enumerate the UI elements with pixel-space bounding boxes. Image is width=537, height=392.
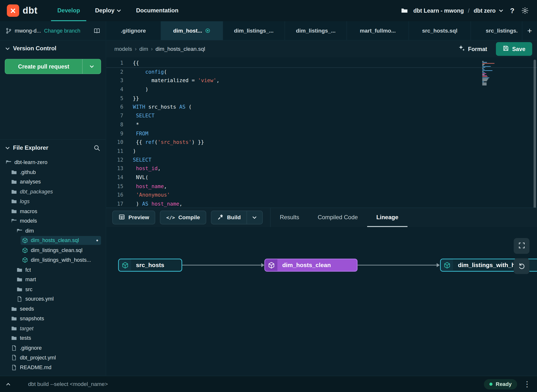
tree-item-logs[interactable]: logs (0, 197, 106, 206)
tab-mart-fullmo[interactable]: mart_fullmo... (347, 21, 409, 40)
code-line[interactable]: 7 SELECT (106, 112, 537, 121)
tree-item-readme-md[interactable]: README.md (0, 363, 106, 372)
create-pull-request-label: Create pull request (5, 59, 82, 74)
tree-item-gitignore[interactable]: .gitignore (0, 343, 106, 353)
tree-item-dbt-packages[interactable]: dbt_packages (0, 187, 106, 197)
tree-item-github[interactable]: .github (0, 167, 106, 177)
code-line[interactable]: 14 NVL( (106, 173, 537, 182)
workspace: mwong-d... Change branch Version Control (0, 21, 537, 376)
tree-item-dim-hosts-clean-sql[interactable]: dim_hosts_clean.sql• (0, 236, 106, 245)
code-line[interactable]: 3 materialized = 'view', (106, 77, 537, 85)
help-icon[interactable]: ? (509, 7, 516, 15)
tree-item-tests[interactable]: tests (0, 333, 106, 343)
code-line[interactable]: 10 {{ ref('src_hosts') }} (106, 138, 537, 147)
build-label: Build (227, 214, 241, 220)
bottom-tab-compiled-code[interactable]: Compiled Code (308, 208, 367, 227)
tree-item-macros[interactable]: macros (0, 206, 106, 216)
modified-dot: • (96, 237, 98, 244)
tree-item-sources-yml[interactable]: sources.yml (0, 294, 106, 304)
create-pull-request-button[interactable]: Create pull request (5, 59, 101, 74)
bottom-tab-lineage[interactable]: Lineage (367, 208, 408, 227)
tab-gitignore[interactable]: .gitignore (106, 21, 161, 40)
compile-label: Compile (178, 214, 200, 220)
code-line[interactable]: 1{{ (106, 59, 537, 68)
tree-item-dim-listings-clean-sql[interactable]: dim_listings_clean.sql (0, 245, 106, 255)
tree-item-analyses[interactable]: analyses (0, 177, 106, 187)
tree-item-dim[interactable]: dim (0, 226, 106, 236)
format-button[interactable]: Format (455, 42, 491, 56)
fullscreen-button[interactable] (514, 238, 529, 254)
build-dropdown[interactable] (247, 211, 262, 224)
tab-dim-listings[interactable]: dim_listings_... (223, 21, 285, 40)
minimap[interactable] (482, 61, 496, 85)
version-control-header[interactable]: Version Control (0, 40, 106, 57)
pull-request-dropdown[interactable] (82, 59, 101, 74)
line-number: 4 (106, 85, 123, 94)
change-branch-link[interactable]: Change branch (44, 27, 80, 34)
line-text: ) AS host_name, (123, 200, 182, 208)
code-line[interactable]: 8 * (106, 121, 537, 129)
tab-label: src_hosts.sql (422, 27, 457, 34)
new-tab-button[interactable]: + (522, 21, 537, 40)
compile-button[interactable]: </> Compile (160, 211, 206, 224)
tree-item-mart[interactable]: mart (0, 275, 106, 284)
code-line[interactable]: 2 config( (106, 68, 537, 77)
nav-item-develop[interactable]: Develop (51, 0, 86, 21)
tab-dim-listings[interactable]: dim_listings_... (285, 21, 347, 40)
docs-book-icon[interactable] (94, 27, 100, 34)
tree-item-target[interactable]: target (0, 323, 106, 333)
code-line[interactable]: 12SELECT (106, 156, 537, 165)
save-button[interactable]: Save (496, 42, 532, 56)
code-line[interactable]: 16 'Anonymous' (106, 191, 537, 200)
gear-icon[interactable] (521, 7, 529, 14)
build-button[interactable]: Build (211, 211, 246, 224)
tab-dim-host[interactable]: dim_host... (161, 21, 223, 40)
chevron-up-icon[interactable] (6, 383, 10, 385)
lineage-node-src-hosts[interactable]: src_hosts (118, 259, 182, 272)
code-line[interactable]: 4 ) (106, 85, 537, 94)
line-number: 13 (106, 165, 123, 173)
file-explorer-header[interactable]: File Explorer (0, 140, 106, 156)
breadcrumb-item[interactable]: models (114, 46, 132, 52)
code-line[interactable]: 5}} (106, 94, 537, 103)
lineage-edge (357, 265, 439, 265)
nav-item-deploy[interactable]: Deploy (89, 0, 127, 21)
tree-item-dbt-learn-zero[interactable]: dbt-learn-zero (0, 157, 106, 167)
breadcrumb-item[interactable]: dim (139, 46, 148, 52)
project-selector[interactable]: dbt Learn - mwong / dbt zero (413, 7, 503, 14)
kebab-menu-icon[interactable]: ⋮ (523, 380, 531, 388)
code-line[interactable]: 17 ) AS host_name, (106, 200, 537, 208)
lineage-node-dim-hosts-clean[interactable]: dim_hosts_clean (264, 259, 357, 272)
editor-scrollbar[interactable] (534, 60, 536, 208)
line-number: 7 (106, 112, 123, 121)
lineage-controls (514, 238, 529, 274)
status-badge: Ready (484, 379, 517, 389)
code-line[interactable]: 13 host_id, (106, 165, 537, 173)
code-line[interactable]: 11) (106, 147, 537, 156)
nav-item-documentation[interactable]: Documentation (130, 0, 185, 21)
tree-item-src[interactable]: src (0, 285, 106, 294)
preview-button[interactable]: Preview (112, 211, 155, 224)
tree-item-label: logs (20, 198, 30, 204)
tree-item-fct[interactable]: fct (0, 265, 106, 275)
line-text: SELECT (123, 156, 151, 165)
code-line[interactable]: 9 FROM (106, 129, 537, 138)
code-line[interactable]: 15 host_name, (106, 182, 537, 191)
file-explorer-title: File Explorer (13, 145, 48, 151)
code-line[interactable]: 6WITH src_hosts AS ( (106, 103, 537, 112)
bottom-tab-results[interactable]: Results (270, 208, 308, 227)
code-editor[interactable]: 1{{2 config(3 materialized = 'view',4 )5… (106, 58, 537, 208)
dbt-logo[interactable]: ✕ dbt (0, 0, 46, 21)
tree-item-dim-listings-with-hosts[interactable]: dim_listings_with_hosts... (0, 255, 106, 265)
tab-src-hosts-sql[interactable]: src_hosts.sql (409, 21, 471, 40)
tree-item-seeds[interactable]: seeds (0, 304, 106, 314)
tree-item-snapshots[interactable]: snapshots (0, 314, 106, 323)
lineage-graph[interactable]: src_hosts dim_hosts_clean (106, 227, 537, 376)
expand-icon (518, 242, 525, 250)
command-input[interactable]: dbt build --select <model_name> (28, 381, 108, 387)
reset-view-button[interactable] (514, 258, 529, 274)
tree-item-models[interactable]: models (0, 216, 106, 226)
search-icon[interactable] (94, 145, 100, 151)
tree-item-dbt-project-yml[interactable]: dbt_project.yml (0, 353, 106, 363)
line-text: materialized = 'view', (123, 77, 219, 85)
